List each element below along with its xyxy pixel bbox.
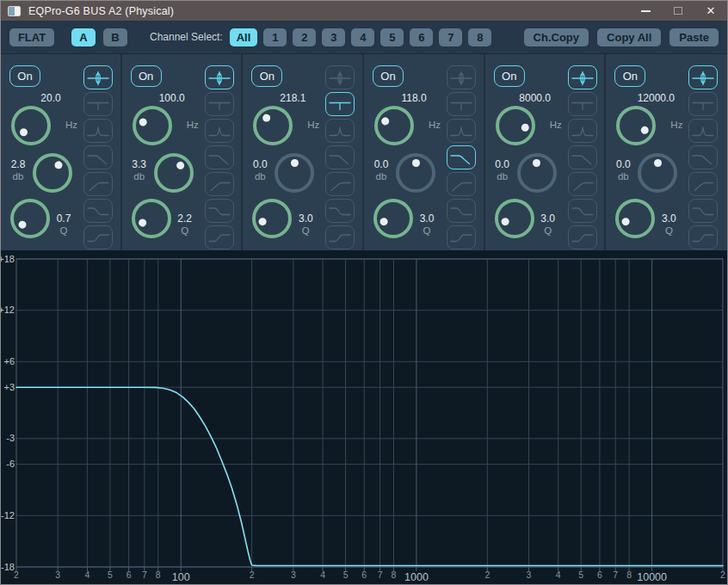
freq-knob[interactable] bbox=[616, 106, 656, 145]
filter-type-notch-button[interactable] bbox=[325, 92, 355, 116]
filter-type-bell-button[interactable] bbox=[205, 65, 234, 89]
channel-copy-button[interactable]: Ch.Copy bbox=[524, 28, 589, 46]
gain-value: 0.0 bbox=[612, 158, 634, 170]
filter-type-lowpass-button[interactable] bbox=[83, 145, 113, 169]
filter-type-highshelf-button[interactable] bbox=[568, 199, 597, 223]
freq-knob[interactable] bbox=[496, 106, 535, 145]
filter-type-bell-button[interactable] bbox=[83, 65, 113, 89]
filter-type-highpass-button[interactable] bbox=[447, 172, 476, 196]
filter-type-bell-button[interactable] bbox=[447, 65, 476, 89]
q-knob[interactable] bbox=[10, 199, 50, 238]
filter-type-peak-button[interactable] bbox=[447, 119, 476, 143]
maximize-button[interactable] bbox=[662, 1, 694, 21]
filter-type-lowpass-button[interactable] bbox=[325, 145, 355, 169]
filter-type-peak-button[interactable] bbox=[688, 119, 718, 143]
filter-type-lowpass-button[interactable] bbox=[688, 145, 718, 169]
minimize-button[interactable] bbox=[629, 1, 662, 21]
q-knob[interactable] bbox=[252, 199, 292, 238]
q-knob[interactable] bbox=[373, 199, 413, 238]
q-knob[interactable] bbox=[495, 199, 534, 238]
filter-type-peak-button[interactable] bbox=[205, 119, 234, 143]
q-knob[interactable] bbox=[615, 199, 655, 238]
svg-text:+12: +12 bbox=[1, 305, 15, 315]
filter-type-lowshelf-button[interactable] bbox=[325, 225, 355, 249]
freq-knob[interactable] bbox=[133, 106, 172, 145]
band-on-button[interactable]: On bbox=[494, 65, 525, 87]
filter-type-notch-button[interactable] bbox=[688, 92, 718, 116]
q-knob[interactable] bbox=[132, 199, 171, 238]
filter-type-bell-button[interactable] bbox=[568, 65, 597, 89]
filter-type-highshelf-button[interactable] bbox=[325, 199, 355, 223]
filter-type-highshelf-button[interactable] bbox=[205, 199, 234, 223]
window-title: EQPro-G6 BUS A2 (Physical) bbox=[28, 5, 174, 17]
freq-value: 8000.0 bbox=[501, 92, 570, 104]
freq-knob[interactable] bbox=[374, 106, 414, 145]
filter-type-highpass-button[interactable] bbox=[688, 172, 718, 196]
ab-button-a[interactable]: A bbox=[71, 28, 96, 46]
svg-text:5: 5 bbox=[108, 570, 113, 580]
band-on-button[interactable]: On bbox=[373, 65, 404, 87]
gain-knob[interactable] bbox=[275, 153, 314, 193]
filter-type-highshelf-button[interactable] bbox=[688, 199, 718, 223]
channel-button-6[interactable]: 6 bbox=[410, 28, 433, 46]
filter-type-lowshelf-button[interactable] bbox=[447, 225, 476, 249]
close-button[interactable]: ✕ bbox=[694, 1, 727, 21]
filter-type-lowpass-button[interactable] bbox=[447, 145, 476, 169]
filter-type-highpass-button[interactable] bbox=[568, 172, 597, 196]
eq-band-strip: On 100.0 Hz 3.3 db 2.2 Q bbox=[122, 54, 244, 250]
channel-button-7[interactable]: 7 bbox=[439, 28, 462, 46]
copy-all-button[interactable]: Copy All bbox=[597, 28, 661, 46]
filter-type-peak-button[interactable] bbox=[325, 119, 355, 143]
channel-button-5[interactable]: 5 bbox=[380, 28, 404, 46]
channel-button-all[interactable]: All bbox=[230, 28, 258, 46]
filter-type-peak-button[interactable] bbox=[568, 119, 597, 143]
paste-button[interactable]: Paste bbox=[669, 28, 719, 46]
filter-type-bell-button[interactable] bbox=[688, 65, 718, 89]
band-on-button[interactable]: On bbox=[614, 65, 645, 87]
channel-button-2[interactable]: 2 bbox=[293, 28, 316, 46]
gain-knob[interactable] bbox=[396, 153, 435, 193]
filter-type-lowshelf-button[interactable] bbox=[568, 225, 597, 249]
freq-knob[interactable] bbox=[11, 106, 51, 145]
gain-knob[interactable] bbox=[638, 153, 677, 193]
eq-response-graph-panel: +18+12+6+3-3-6-12-1823456781002345678100… bbox=[1, 250, 728, 585]
filter-type-highpass-button[interactable] bbox=[325, 172, 355, 196]
ab-button-b[interactable]: B bbox=[103, 28, 127, 46]
band-on-button[interactable]: On bbox=[9, 65, 40, 87]
filter-type-lowpass-button[interactable] bbox=[205, 145, 234, 169]
flat-button[interactable]: FLAT bbox=[9, 28, 54, 46]
filter-type-notch-button[interactable] bbox=[568, 92, 597, 116]
filter-type-lowshelf-button[interactable] bbox=[688, 225, 718, 249]
filter-type-notch-button[interactable] bbox=[205, 92, 234, 116]
app-window: EQPro-G6 BUS A2 (Physical) ✕ FLAT A B Ch… bbox=[0, 0, 728, 585]
svg-text:8: 8 bbox=[626, 570, 632, 580]
filter-type-bell-button[interactable] bbox=[325, 65, 355, 89]
gain-knob[interactable] bbox=[154, 153, 194, 193]
eq-band-strip: On 20.0 Hz 2.8 db 0.7 Q bbox=[1, 54, 122, 250]
freq-unit-label: Hz bbox=[424, 120, 445, 130]
channel-button-8[interactable]: 8 bbox=[468, 28, 491, 46]
filter-type-highshelf-button[interactable] bbox=[83, 199, 113, 223]
minimize-icon bbox=[641, 10, 651, 12]
filter-type-lowshelf-button[interactable] bbox=[83, 225, 113, 249]
titlebar: EQPro-G6 BUS A2 (Physical) ✕ bbox=[1, 1, 727, 21]
q-unit-label: Q bbox=[536, 225, 560, 236]
filter-type-peak-button[interactable] bbox=[83, 119, 113, 143]
band-on-button[interactable]: On bbox=[251, 65, 282, 87]
channel-button-3[interactable]: 3 bbox=[322, 28, 345, 46]
gain-knob[interactable] bbox=[517, 153, 557, 193]
freq-knob[interactable] bbox=[253, 106, 293, 145]
filter-type-notch-button[interactable] bbox=[447, 92, 476, 116]
svg-text:+18: +18 bbox=[1, 254, 15, 264]
freq-unit-label: Hz bbox=[182, 120, 203, 130]
filter-type-highpass-button[interactable] bbox=[205, 172, 234, 196]
filter-type-highshelf-button[interactable] bbox=[447, 199, 476, 223]
channel-button-1[interactable]: 1 bbox=[263, 28, 287, 46]
filter-type-lowpass-button[interactable] bbox=[568, 145, 597, 169]
gain-knob[interactable] bbox=[33, 153, 72, 193]
filter-type-lowshelf-button[interactable] bbox=[205, 225, 234, 249]
filter-type-highpass-button[interactable] bbox=[83, 172, 113, 196]
channel-button-4[interactable]: 4 bbox=[351, 28, 374, 46]
filter-type-notch-button[interactable] bbox=[83, 92, 113, 116]
band-on-button[interactable]: On bbox=[131, 65, 162, 87]
